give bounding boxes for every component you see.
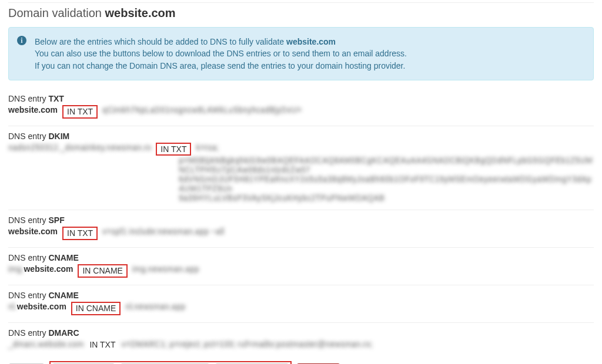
dns-value-line: 6dVNGmDJUF5H81YPEaRncXY2o5u5a38q8MyJoaBh… [179,174,594,193]
dns-entry-label: DNS entry [8,253,48,262]
dns-entry-row: img.website.comIN CNAMEimg.newsman.app [8,264,594,278]
dns-hostname: website.com [8,105,58,114]
dns-entry: DNS entry CNAMEimg.website.comIN CNAMEim… [8,248,594,285]
dns-entry: DNS entry DMARC_dmarc.website.comIN TXTv… [8,323,594,358]
alert-line-1: Below are the entries which should be ad… [35,36,585,48]
dns-value: k=rsa; [196,143,219,152]
dns-entry-row: nadsn250312._domainkey.newsman.roIN TXTk… [8,143,594,156]
dns-hostname: nl.website.com [8,302,66,311]
dns-entry-label: DNS entry [8,215,48,225]
dns-record-type: IN CNAME [71,302,121,315]
info-icon: i [17,36,26,45]
alert-line-3: If you can not change the Domain DNS are… [35,60,585,72]
action-bar: Close Download DNS settings link Send by… [8,361,594,364]
dns-entry-row: website.comIN TXTqCimkh7NpLaD01nsgncw8LA… [8,105,594,119]
dns-record-type: IN TXT [88,339,116,350]
dns-entry: DNS entry CNAMEnl.website.comIN CNAMEnl.… [8,285,594,323]
alert-line-2: You can also use the buttons below to do… [35,48,585,59]
highlighted-button-group: Download DNS settings link Send by mail [49,361,292,364]
dns-entry-label: DNS entry [8,291,48,300]
dns-entry-label: DNS entry [8,328,48,338]
dns-record-type: IN CNAME [78,264,127,278]
dns-value: nl.newsman.app [125,302,185,311]
dns-entry-type: CNAME [48,291,78,300]
dns-entry-row: website.comIN TXTv=spf1 include:newsman.… [8,227,594,240]
dns-entry-row: _dmarc.website.comIN TXTv=DMARC1; p=reje… [8,339,594,350]
dns-record-type: IN TXT [156,143,191,156]
dns-hostname: website.com [8,227,58,236]
dns-value-line: p=MIIBIjANBgkqhkiG9w0BAQEFAAOCAQ8AMIIBCg… [179,156,594,174]
dns-value: v=spf1 include:newsman.app ~all [102,227,224,236]
dns-entry-head: DNS entry SPF [8,215,594,225]
dns-value-line: 9a39HYLuLVBsP3VAySKjJcuKHybc2TPuPNwWDAQA… [179,193,594,203]
dns-value-block: p=MIIBIjANBgkqhkiG9w0BAQEFAAOCAQ8AMIIBCg… [179,156,594,203]
dns-hostname: nadsn250312._domainkey.newsman.ro [8,143,151,152]
page-title: Domain validation website.com [8,6,594,20]
alert-line-1-domain: website.com [286,37,336,46]
dns-hostname: _dmarc.website.com [8,339,83,349]
dns-entry-type: TXT [48,94,63,103]
dns-entry-label: DNS entry [8,94,48,103]
dns-value: qCimkh7NpLaD01nsgncw8LAWkLuSbnyhcadBjyDv… [102,105,302,114]
dns-entry-type: DKIM [48,132,69,141]
dns-entry-label: DNS entry [8,132,48,141]
dns-entry-head: DNS entry DMARC [8,328,594,338]
dns-entry: DNS entry DKIMnadsn250312._domainkey.new… [8,126,594,211]
dns-entry-type: SPF [48,215,64,225]
title-domain: website.com [105,6,176,19]
dns-entry-type: CNAME [48,253,78,262]
info-alert: i Below are the entries which should be … [8,27,594,80]
dns-entry-head: DNS entry DKIM [8,132,594,141]
dns-record-type: IN TXT [62,105,98,119]
dns-entry-type: DMARC [48,328,79,338]
dns-entry-row: nl.website.comIN CNAMEnl.newsman.app [8,302,594,315]
dns-hostname: img.website.com [8,264,73,274]
dns-entry-head: DNS entry CNAME [8,253,594,262]
dns-entry-head: DNS entry CNAME [8,291,594,300]
dns-value: v=DMARC1; p=reject; pct=100; ruf=mailto:… [121,339,372,349]
dns-entry: DNS entry TXTwebsite.comIN TXTqCimkh7NpL… [8,89,594,126]
title-prefix: Domain validation [8,6,102,19]
dns-entry: DNS entry SPFwebsite.comIN TXTv=spf1 inc… [8,210,594,248]
dns-value: img.newsman.app [132,264,199,274]
dns-record-type: IN TXT [62,227,98,240]
dns-entry-head: DNS entry TXT [8,94,594,103]
alert-line-1a: Below are the entries which should be ad… [35,37,286,46]
dns-entries: DNS entry TXTwebsite.comIN TXTqCimkh7NpL… [8,89,594,358]
